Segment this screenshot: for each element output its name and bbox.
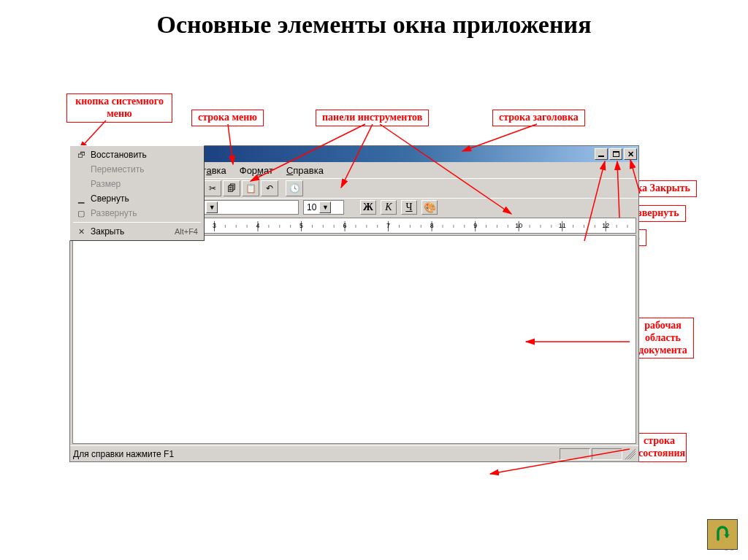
restore-icon: 🗗	[76, 150, 86, 159]
tb-undo[interactable]: ↶	[261, 180, 278, 196]
minimize-icon: ▁	[76, 194, 86, 204]
chevron-down-icon: ▼	[319, 202, 331, 213]
sysmenu-maximize: ▢Развернуть	[72, 206, 202, 220]
svg-text:11: 11	[559, 222, 566, 229]
cut-icon: ✂	[209, 183, 216, 193]
sysmenu-restore[interactable]: 🗗Восстановить	[72, 147, 202, 162]
menu-help[interactable]: Справка	[280, 164, 329, 177]
italic-button[interactable]: К	[381, 200, 397, 215]
sysmenu-minimize[interactable]: ▁Свернуть	[72, 191, 202, 206]
svg-text:12: 12	[602, 222, 609, 229]
close-button[interactable]: ✕	[624, 148, 637, 160]
underline-button[interactable]: Ч	[401, 200, 417, 215]
status-bar: Для справки нажмите F1	[70, 445, 638, 461]
close-icon: ✕	[627, 150, 634, 158]
svg-text:10: 10	[515, 222, 522, 229]
status-pane	[592, 448, 622, 460]
callout-workarea: рабочаяобластьдокумента	[632, 318, 694, 358]
maximize-button[interactable]	[609, 148, 622, 160]
svg-text:3: 3	[213, 222, 216, 229]
size-combo[interactable]: 10 ▼	[303, 200, 344, 215]
callout-statusbar: строкасостояния	[632, 433, 687, 462]
callout-menubar: строка меню	[191, 110, 264, 126]
tb-paste[interactable]: 📋	[242, 180, 259, 196]
minimize-button[interactable]	[595, 148, 608, 160]
status-pane	[560, 448, 590, 460]
slide-title: Основные элементы окна приложения	[0, 10, 748, 39]
svg-text:5: 5	[299, 222, 303, 229]
tb-datetime[interactable]: 🕓	[286, 180, 303, 196]
paste-icon: 📋	[245, 183, 256, 193]
svg-text:8: 8	[430, 222, 434, 229]
menu-format[interactable]: Формат	[234, 164, 279, 177]
datetime-icon: 🕓	[289, 183, 300, 193]
bold-button[interactable]: Ж	[360, 200, 376, 215]
document-area[interactable]	[72, 235, 636, 444]
system-menu: 🗗Восстановить Переместить Размер ▁Сверну…	[69, 145, 205, 241]
svg-text:9: 9	[473, 222, 477, 229]
svg-text:4: 4	[256, 222, 260, 229]
callout-titlebar: строка заголовка	[492, 110, 585, 126]
u-turn-icon	[711, 523, 733, 545]
nav-back-button[interactable]	[707, 519, 738, 550]
svg-text:6: 6	[343, 222, 347, 229]
status-text: Для справки нажмите F1	[73, 449, 174, 459]
resize-grip[interactable]	[625, 449, 636, 459]
maximize-icon: ▢	[76, 209, 86, 218]
svg-text:7: 7	[386, 222, 390, 229]
callout-toolbars: панели инструментов	[316, 110, 429, 126]
copy-icon: 🗐	[227, 183, 236, 193]
maximize-icon	[613, 151, 619, 157]
color-icon: 🎨	[424, 202, 436, 214]
sysmenu-close[interactable]: ✕ЗакрытьAlt+F4	[72, 224, 202, 239]
tb-cut[interactable]: ✂	[204, 180, 221, 196]
minimize-icon	[598, 156, 604, 157]
sysmenu-size: Размер	[72, 177, 202, 191]
color-button[interactable]: 🎨	[421, 200, 438, 215]
undo-icon: ↶	[266, 183, 273, 193]
sysmenu-move: Переместить	[72, 162, 202, 177]
chevron-down-icon: ▼	[206, 202, 218, 213]
close-icon: ✕	[76, 227, 86, 237]
callout-sysmenu-btn: кнопка системногоменю	[66, 93, 172, 123]
size-combo-value: 10	[307, 202, 316, 212]
tb-copy[interactable]: 🗐	[223, 180, 240, 196]
